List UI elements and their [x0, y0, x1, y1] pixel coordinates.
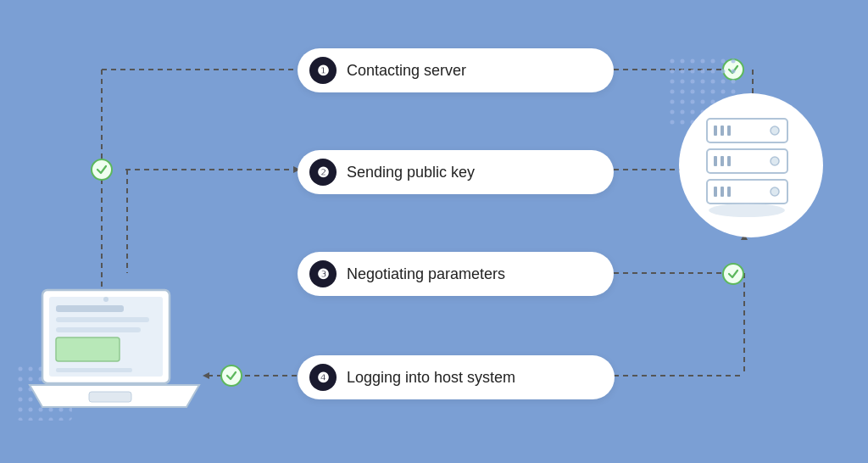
svg-point-26 — [771, 126, 779, 135]
svg-rect-41 — [56, 317, 149, 322]
svg-rect-28 — [714, 156, 717, 166]
step-1-number: ❶ — [309, 57, 337, 84]
check-3-right — [722, 263, 744, 285]
step-3-box: ❸ Negotiating parameters — [298, 252, 614, 296]
step-2-number: ❷ — [309, 159, 337, 186]
svg-rect-42 — [56, 327, 141, 332]
server-icon — [698, 110, 800, 229]
server-illustration — [675, 85, 827, 246]
svg-rect-29 — [721, 156, 724, 166]
check-4-left — [220, 365, 242, 387]
laptop-icon — [25, 282, 203, 426]
svg-rect-35 — [727, 187, 731, 197]
svg-rect-34 — [721, 187, 724, 197]
svg-rect-43 — [56, 337, 120, 361]
step-2-box: ❷ Sending public key — [298, 150, 614, 194]
svg-point-36 — [771, 187, 779, 196]
step-2-label: Sending public key — [347, 164, 475, 181]
svg-marker-16 — [203, 372, 209, 379]
svg-rect-40 — [56, 305, 124, 312]
svg-point-45 — [103, 297, 108, 302]
svg-rect-44 — [56, 368, 132, 372]
step-4-number: ❹ — [309, 364, 337, 391]
svg-point-31 — [771, 157, 779, 165]
step-1-box: ❶ Contacting server — [298, 48, 614, 92]
step-4-label: Logging into host system — [347, 369, 515, 387]
svg-rect-24 — [721, 126, 724, 136]
svg-rect-33 — [714, 187, 717, 197]
step-4-box: ❹ Logging into host system — [298, 355, 615, 399]
svg-rect-46 — [89, 392, 131, 402]
svg-rect-25 — [727, 126, 731, 136]
check-2-left — [91, 159, 113, 181]
svg-rect-23 — [714, 126, 717, 136]
step-3-label: Negotiating parameters — [347, 265, 505, 283]
step-1-label: Contacting server — [347, 62, 466, 80]
svg-point-37 — [709, 204, 785, 217]
step-3-number: ❸ — [309, 260, 337, 287]
laptop-illustration — [25, 282, 203, 429]
svg-rect-30 — [727, 156, 731, 166]
diagram-container: ❶ Contacting server ❷ Sending public key… — [0, 0, 868, 463]
